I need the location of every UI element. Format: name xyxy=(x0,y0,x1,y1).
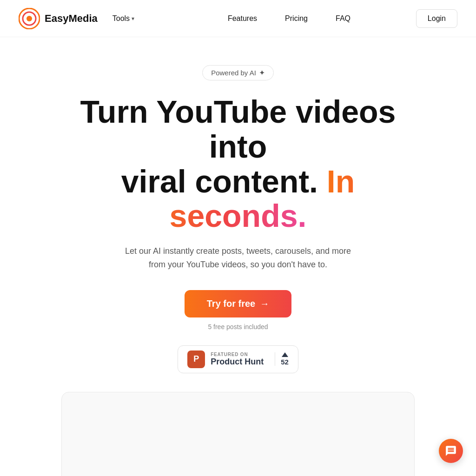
chevron-down-icon: ▾ xyxy=(132,15,134,22)
cta-subtext: 5 free posts included xyxy=(208,323,268,331)
demo-preview xyxy=(61,392,415,476)
vote-count: 52 xyxy=(281,358,289,366)
powered-badge: Powered by AI ✦ xyxy=(202,65,274,80)
product-hunt-name: Product Hunt xyxy=(211,357,264,367)
cta-wrapper: Try for free → 5 free posts included xyxy=(185,290,291,331)
tools-label: Tools xyxy=(112,14,130,23)
svg-point-2 xyxy=(26,16,32,21)
product-hunt-badge[interactable]: P FEATURED ON Product Hunt 52 xyxy=(178,345,298,373)
nav-faq-link[interactable]: FAQ xyxy=(336,14,350,23)
product-hunt-icon: P xyxy=(187,350,205,368)
try-for-free-button[interactable]: Try for free → xyxy=(185,290,291,317)
hero-title-static: viral content. xyxy=(121,164,318,199)
upvote-icon xyxy=(282,352,288,357)
hero-subtitle: Let our AI instantly create posts, tweet… xyxy=(117,245,359,271)
nav-features-link[interactable]: Features xyxy=(228,14,257,23)
product-hunt-text: FEATURED ON Product Hunt xyxy=(211,352,264,367)
arrow-right-icon: → xyxy=(260,298,269,309)
logo-icon xyxy=(19,8,40,29)
chat-icon xyxy=(445,445,457,457)
tools-dropdown-button[interactable]: Tools ▾ xyxy=(112,14,134,23)
powered-badge-text: Powered by AI xyxy=(211,69,256,77)
hero-section: Powered by AI ✦ Turn YouTube videos into… xyxy=(0,37,476,476)
sparkle-icon: ✦ xyxy=(259,68,265,77)
brand-name: EasyMedia xyxy=(45,13,98,25)
cta-label: Try for free xyxy=(207,298,255,309)
navbar: EasyMedia Tools ▾ Features Pricing FAQ L… xyxy=(0,0,476,37)
nav-pricing-link[interactable]: Pricing xyxy=(285,14,308,23)
hero-title: Turn YouTube videos into viral content. … xyxy=(52,94,424,233)
product-hunt-featured-label: FEATURED ON xyxy=(211,352,248,357)
hero-title-line1: Turn YouTube videos into xyxy=(80,94,396,164)
login-button[interactable]: Login xyxy=(416,9,457,28)
chat-support-button[interactable] xyxy=(439,439,463,463)
product-hunt-votes: 52 xyxy=(275,352,289,366)
logo[interactable]: EasyMedia xyxy=(19,8,98,29)
nav-links: Features Pricing FAQ xyxy=(228,14,350,23)
